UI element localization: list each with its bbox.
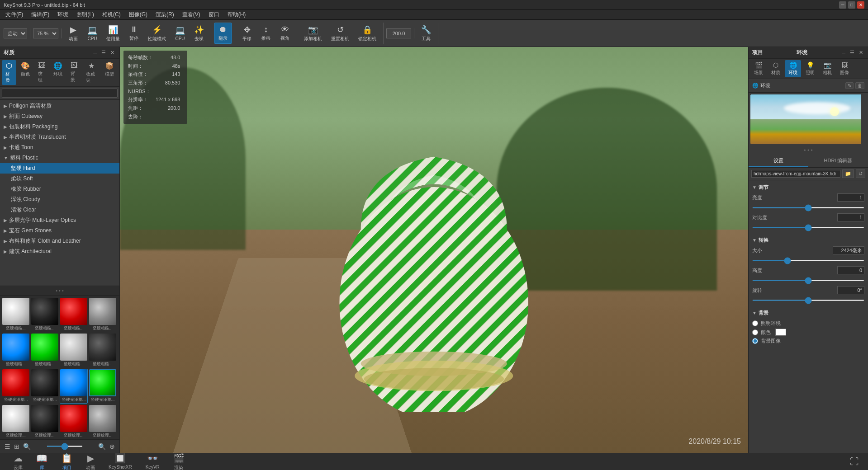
tree-item-clear[interactable]: 清澈 Clear: [0, 205, 119, 215]
tree-item-multilayer[interactable]: ▶ 多层光学 Multi-Layer Optics: [0, 215, 119, 226]
brightness-slider[interactable]: [752, 207, 864, 208]
env-tree-item[interactable]: 🌐 环境 ✎ 🗑: [750, 81, 866, 90]
thumb-4[interactable]: 坚硬粗糙...: [2, 333, 30, 368]
bb-tab-cloud[interactable]: ☁ 云库: [9, 452, 27, 470]
size-input[interactable]: [833, 246, 864, 254]
tab-texture[interactable]: 🖼 纹理: [34, 60, 49, 85]
bb-tab-render[interactable]: 🎬 渲染: [169, 452, 189, 470]
list-view-btn[interactable]: ⊞: [13, 442, 20, 451]
brightness-input[interactable]: [837, 193, 864, 202]
thumb-1[interactable]: 坚硬粗糙...: [31, 297, 59, 332]
animation-btn[interactable]: ▶ 动画: [64, 23, 82, 44]
menu-item-r[interactable]: 渲染(R): [152, 10, 178, 19]
tab-favorites[interactable]: ★ 收藏夹: [82, 60, 100, 85]
menu-item-h[interactable]: 帮助(H): [224, 10, 250, 19]
search-right-btn[interactable]: 🔍: [97, 442, 107, 451]
env-delete-btn[interactable]: 🗑: [855, 82, 864, 89]
menu-item-[interactable]: 环境: [54, 10, 72, 19]
record-btn[interactable]: ⏺ 翻录: [214, 23, 232, 44]
tab-env-left[interactable]: 🌐 环境: [50, 60, 66, 85]
tree-item-hard[interactable]: 坚硬 Hard: [0, 163, 119, 174]
hdri-tab[interactable]: HDRI 编辑器: [808, 155, 868, 167]
cpu2-btn[interactable]: 💻 CPU: [171, 23, 189, 43]
add-btn[interactable]: ⊕: [109, 442, 116, 451]
search-btn[interactable]: 🔍: [22, 442, 32, 451]
thumb-12[interactable]: 坚硬纹理...: [2, 404, 30, 439]
tab-material-rp[interactable]: ⬡ 材质: [768, 60, 784, 77]
menu-item-e[interactable]: 编辑(E): [28, 10, 53, 19]
tree-item-cloth[interactable]: ▶ 布料和皮革 Cloth and Leather: [0, 236, 119, 246]
rotate-input[interactable]: [837, 286, 864, 294]
add-camera-btn[interactable]: 📷 添加相机: [300, 23, 326, 44]
close-button[interactable]: ✕: [857, 1, 864, 9]
tab-model[interactable]: 📦 模型: [101, 60, 118, 85]
size-slider-input[interactable]: [752, 260, 864, 261]
fullscreen-btn[interactable]: ⛶: [850, 456, 859, 467]
bb-tab-keyshotxr[interactable]: 🔲 KeyShotXR: [104, 452, 137, 470]
menu-item-c[interactable]: 相机(C): [99, 10, 124, 19]
thumb-10[interactable]: 坚硬光泽塑...: [60, 369, 88, 404]
bg-image-radio[interactable]: [752, 338, 758, 344]
bb-tab-project[interactable]: 📋 项目: [57, 452, 77, 470]
tree-item-translucent[interactable]: ▶ 半透明材质 Translucent: [0, 132, 119, 142]
bg-lighting-radio[interactable]: [752, 320, 758, 326]
tree-item-polligon[interactable]: ▶ Polligon 高清材质: [0, 101, 119, 111]
thumb-8[interactable]: 坚硬光泽塑...: [2, 369, 30, 404]
panel-close-btn[interactable]: ✕: [109, 49, 116, 56]
menu-item-l[interactable]: 照明(L): [73, 10, 98, 19]
view-btn[interactable]: 👁 视角: [276, 23, 294, 44]
thumb-15[interactable]: 坚硬纹理...: [89, 404, 117, 439]
tab-material[interactable]: ⬡ 材质: [2, 60, 16, 85]
bg-color-box[interactable]: [775, 329, 786, 336]
panel-menu-btn[interactable]: ☰: [100, 49, 107, 56]
contrast-input[interactable]: [837, 213, 864, 221]
thumb-2[interactable]: 坚硬粗糙...: [60, 297, 88, 332]
tab-background[interactable]: 🖼 背景: [67, 60, 81, 85]
rp-close-btn[interactable]: ✕: [858, 49, 864, 56]
env-file-folder-btn[interactable]: 📁: [842, 169, 854, 178]
cpu-btn[interactable]: 💻 CPU: [83, 23, 101, 43]
pan-btn[interactable]: ✥ 平移: [238, 23, 256, 44]
contrast-slider[interactable]: [752, 227, 864, 228]
menu-item-g[interactable]: 图像(G): [125, 10, 151, 19]
tools-btn[interactable]: 🔧 工具: [417, 23, 435, 44]
thumb-7[interactable]: 坚硬粗糙...: [89, 333, 117, 368]
rp-menu-btn[interactable]: ☰: [849, 49, 856, 56]
settings-tab[interactable]: 设置: [749, 155, 808, 167]
tree-item-soft[interactable]: 柔软 Soft: [0, 174, 119, 184]
tab-image[interactable]: 🖼 图像: [836, 60, 853, 77]
zoom-select[interactable]: 75 %: [33, 28, 58, 38]
tab-camera-rp[interactable]: 📷 相机: [819, 60, 835, 77]
env-edit-btn[interactable]: ✎: [845, 82, 854, 89]
thumb-6[interactable]: 坚硬粗糙...: [60, 333, 88, 368]
rotate-slider-input[interactable]: [752, 300, 864, 301]
bg-image-option[interactable]: 背景图像: [752, 337, 864, 345]
mode-select[interactable]: 启动: [4, 28, 27, 38]
denoise-btn[interactable]: ✨ 去噪: [190, 23, 208, 44]
tree-item-cloudy[interactable]: 浑浊 Cloudy: [0, 194, 119, 205]
tab-environment[interactable]: 🌐 环境: [785, 60, 801, 77]
menu-item-[interactable]: 窗口: [205, 10, 223, 19]
tree-item-packaging[interactable]: ▶ 包装材料 Packaging: [0, 122, 119, 132]
bg-color-radio[interactable]: [752, 329, 758, 335]
thumb-3[interactable]: 坚硬粗糙...: [89, 297, 117, 332]
bb-tab-keyvr[interactable]: 👓 KeyVR: [141, 452, 164, 470]
thumb-13[interactable]: 坚硬纹理...: [31, 404, 59, 439]
env-file-refresh-btn[interactable]: ↺: [856, 169, 865, 178]
tab-color[interactable]: 🎨 颜色: [17, 60, 33, 85]
lock-camera-btn[interactable]: 🔒 锁定相机: [354, 23, 380, 44]
angle-input[interactable]: [386, 28, 411, 38]
push-btn[interactable]: ↕ 推移: [257, 23, 275, 44]
thumb-14[interactable]: 坚硬纹理...: [60, 404, 88, 439]
bb-tab-library[interactable]: 📖 库: [32, 452, 52, 470]
bb-tab-animation[interactable]: ▶ 动画: [81, 452, 100, 470]
bg-color-option[interactable]: 颜色: [752, 328, 864, 337]
tree-item-cutaway[interactable]: ▶ 割面 Cutaway: [0, 111, 119, 122]
thumb-5[interactable]: 坚硬粗糙...: [31, 333, 59, 368]
tree-item-rubber[interactable]: 橡胶 Rubber: [0, 184, 119, 194]
tree-item-gemstones[interactable]: ▶ 宝石 Gem Stones: [0, 226, 119, 236]
panel-minus-btn[interactable]: ─: [92, 49, 98, 56]
bg-lighting-option[interactable]: 照明环境: [752, 319, 864, 328]
thumb-11[interactable]: 坚硬光泽塑...: [89, 369, 117, 404]
usage-btn[interactable]: 📊 使用量: [102, 23, 124, 44]
